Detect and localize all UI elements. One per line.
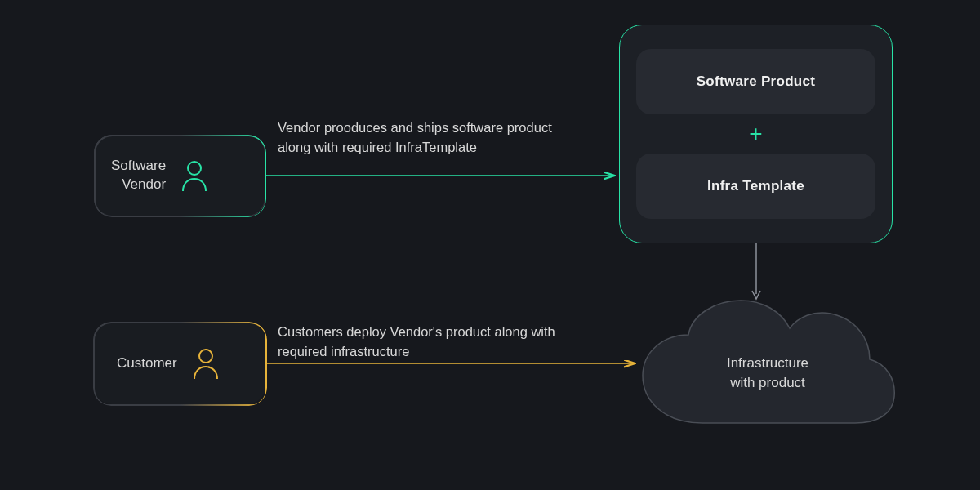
- software-product-card: Software Product: [636, 49, 875, 114]
- svg-point-0: [188, 162, 201, 175]
- vendor-label: SoftwareVendor: [111, 157, 166, 194]
- arrow-vendor-to-package: [265, 172, 621, 180]
- customer-arrow-description: Customers deploy Vendor's product along …: [278, 323, 572, 362]
- vendor-arrow-description: Vendor prooduces and ships software prod…: [278, 118, 572, 158]
- customer-node: Customer: [94, 323, 265, 404]
- svg-point-1: [199, 350, 212, 363]
- infra-template-card: Infra Template: [636, 154, 875, 219]
- customer-label: Customer: [117, 354, 177, 373]
- plus-icon: +: [749, 122, 762, 145]
- user-icon: [192, 347, 220, 380]
- vendor-node: SoftwareVendor: [94, 135, 265, 216]
- arrow-package-to-cloud: [751, 243, 761, 302]
- user-icon: [180, 159, 208, 192]
- cloud-node: Infrastructurewith product: [633, 292, 902, 439]
- package-node: Software Product + Infra Template: [619, 24, 893, 243]
- cloud-label: Infrastructurewith product: [686, 354, 849, 393]
